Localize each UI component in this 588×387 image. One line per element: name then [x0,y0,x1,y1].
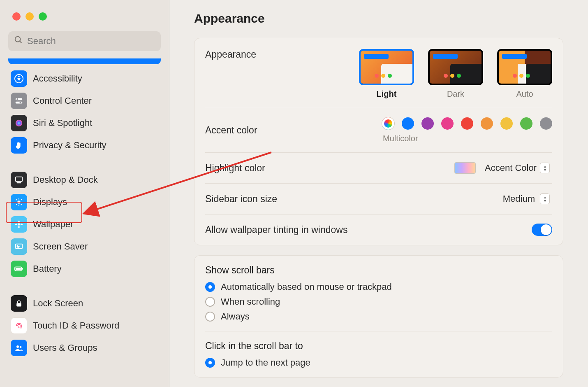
sidebar-item-accessibility[interactable]: Accessibility [8,68,161,90]
scroll-bars-heading: Show scroll bars [205,265,552,276]
svg-point-31 [20,346,22,348]
sidebar-item-desktop-dock[interactable]: Desktop & Dock [8,169,161,191]
battery-icon [11,261,27,277]
accent-swatch-multicolor[interactable] [382,117,394,130]
sidebar-item-privacy-security[interactable]: Privacy & Security [8,134,161,156]
svg-rect-29 [16,303,21,306]
sidebar-item-control-center[interactable]: Control Center [8,90,161,112]
radio-icon [205,282,215,292]
settings-window: Accessibility Control Center Siri & Spot… [0,0,588,387]
sidebar-item-wallpaper[interactable]: Wallpaper [8,213,161,235]
sidebar-item-label: Accessibility [33,73,82,84]
accent-color-caption: Multicolor [383,134,418,143]
svg-rect-27 [16,268,21,270]
svg-line-1 [20,41,22,43]
radio-icon [205,312,215,322]
sidebar-selected-item-peek[interactable] [8,58,161,64]
sidebar-item-label: Displays [33,197,67,207]
svg-point-30 [16,345,19,348]
sidebar-item-label: Desktop & Dock [33,175,98,185]
accent-swatch-green[interactable] [520,117,532,130]
svg-point-8 [16,120,23,127]
page-title: Appearance [194,12,563,26]
accent-color-swatches [382,117,552,130]
highlight-color-select[interactable]: Accent Color ▴▾ [481,162,552,174]
sidebar-item-lock-screen[interactable]: Lock Screen [8,292,161,315]
accent-swatch-blue[interactable] [402,117,414,130]
radio-label: Always [221,311,250,322]
zoom-window-button[interactable] [39,12,47,21]
wallpaper-tinting-row: Allow wallpaper tinting in windows [205,214,552,245]
scroll-panel: Show scroll bars Automatically based on … [194,255,563,378]
wallpaper-icon [11,216,27,233]
scroll-option-when-scrolling[interactable]: When scrolling [205,296,552,307]
search-icon [14,35,23,47]
svg-point-24 [21,224,23,225]
accent-swatch-purple[interactable] [421,117,434,130]
svg-line-19 [21,199,22,200]
accent-swatch-yellow[interactable] [500,117,513,130]
accent-swatch-red[interactable] [461,117,473,130]
window-controls [0,0,169,21]
scroll-bars-group: Show scroll bars Automatically based on … [205,256,552,331]
svg-line-16 [16,199,17,200]
sidebar-nav: Accessibility Control Center Siri & Spot… [0,58,169,359]
accent-color-label: Accent color [205,125,257,136]
minimize-window-button[interactable] [25,12,34,21]
radio-label: Automatically based on mouse or trackpad [221,282,392,292]
svg-point-23 [15,224,18,225]
svg-rect-4 [16,98,23,100]
sidebar-item-displays[interactable]: Displays [8,191,161,213]
radio-icon [205,297,215,307]
siri-icon [11,115,27,131]
select-value: Medium [503,194,535,204]
users-icon [11,340,27,356]
accent-swatch-pink[interactable] [441,117,454,130]
click-scrollbar-group: Click in the scroll bar to Jump to the n… [205,331,552,377]
lock-icon [11,295,27,312]
close-window-button[interactable] [12,12,21,21]
highlight-color-row: Highlight color Accent Color ▴▾ [205,153,552,184]
sidebar-item-label: Lock Screen [33,298,83,309]
wallpaper-tinting-label: Allow wallpaper tinting in windows [205,224,347,235]
appearance-option-light[interactable]: Light [359,49,414,99]
svg-point-7 [20,102,21,103]
svg-line-18 [16,204,17,205]
scroll-option-auto[interactable]: Automatically based on mouse or trackpad [205,282,552,292]
scroll-option-always[interactable]: Always [205,311,552,322]
sidebar-item-battery[interactable]: Battery [8,258,161,280]
radio-label: When scrolling [221,296,280,307]
hand-icon [11,137,27,154]
stepper-icon: ▴▾ [540,163,550,173]
appearance-option-label: Auto [497,89,552,99]
sidebar-item-screen-saver[interactable]: Screen Saver [8,235,161,258]
sidebar-item-siri-spotlight[interactable]: Siri & Spotlight [8,112,161,134]
sidebar-item-label: Touch ID & Password [33,320,119,331]
appearance-option-auto[interactable]: Auto [497,49,552,99]
wallpaper-tinting-toggle[interactable] [532,224,552,236]
click-scrollbar-option-next-page[interactable]: Jump to the next page [205,357,552,368]
svg-point-22 [18,226,20,228]
appearance-option-label: Light [359,89,414,99]
appearance-panel: Appearance Light Dark [194,38,563,245]
radio-icon [205,358,215,368]
accessibility-icon [11,70,27,87]
sidebar-item-label: Wallpaper [33,219,73,230]
sidebar-item-users-groups[interactable]: Users & Groups [8,337,161,359]
stepper-icon: ▴▾ [540,194,550,204]
search-input[interactable] [27,36,155,47]
main-content: Appearance Appearance Light Dark [169,0,588,387]
highlight-color-preview [454,162,476,174]
appearance-row: Appearance Light Dark [205,38,552,108]
sidebar-icon-size-select[interactable]: Medium ▴▾ [499,193,552,205]
appearance-option-dark[interactable]: Dark [428,49,483,99]
accent-swatch-graphite[interactable] [540,117,552,130]
svg-point-11 [17,200,20,203]
sidebar-item-label: Privacy & Security [33,140,106,151]
sidebar-item-touch-id[interactable]: Touch ID & Password [8,315,161,337]
screensaver-icon [11,238,27,255]
search-field[interactable] [8,31,161,51]
svg-point-20 [18,223,20,226]
accent-swatch-orange[interactable] [481,117,493,130]
svg-rect-28 [22,268,23,270]
